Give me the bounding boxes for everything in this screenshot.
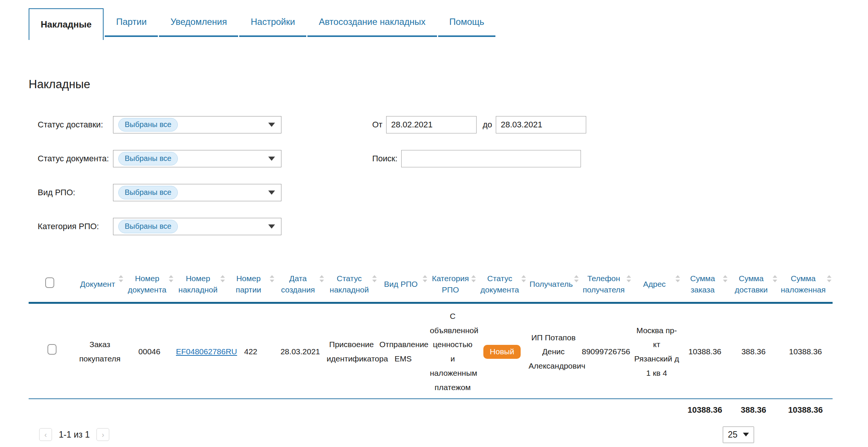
sort-icon[interactable] (372, 275, 377, 282)
select-all-checkbox[interactable] (45, 277, 54, 288)
rpo-category-select[interactable]: Выбраны все (113, 218, 281, 235)
column-header-batch-number[interactable]: Номер партии (226, 269, 275, 303)
rpo-category-label: Категория РПО: (38, 222, 113, 231)
total-order-sum: 10388.36 (681, 399, 729, 415)
rpo-type-label: Вид РПО: (38, 188, 113, 197)
waybill-number-link[interactable]: EF048062786RU (176, 347, 237, 356)
sort-icon[interactable] (827, 275, 831, 282)
date-from-input[interactable] (386, 116, 477, 133)
sort-icon[interactable] (423, 275, 427, 282)
chevron-down-icon (268, 157, 275, 161)
column-header-label: Дата создания (281, 274, 315, 294)
totals-spacer (29, 399, 681, 415)
prev-page-button[interactable]: ‹ (39, 428, 52, 441)
column-header-recipient-phone[interactable]: Телефон получателя (580, 269, 632, 303)
cell-waybill-number: EF048062786RU (174, 303, 226, 398)
table-row: Заказ покупателя 00046 EF048062786RU 422… (29, 303, 833, 398)
column-header-cod-sum[interactable]: Сумма наложенная (778, 269, 833, 303)
sort-icon[interactable] (627, 275, 631, 282)
sort-icon[interactable] (119, 275, 123, 282)
date-to-input[interactable] (496, 116, 586, 133)
search-input[interactable] (401, 150, 581, 167)
chevron-right-icon: › (102, 431, 104, 438)
column-header-recipient[interactable]: Получатель (527, 269, 580, 303)
filter-row-rpo-type: Вид РПО: Выбраны все (29, 184, 868, 201)
rpo-type-select[interactable]: Выбраны все (113, 184, 281, 201)
cell-document: Заказ покупателя (75, 303, 124, 398)
column-header-label: Документ (80, 280, 115, 288)
row-checkbox[interactable] (47, 344, 57, 355)
cell-address: Москва пр-кт Рязанский д 1 кв 4 (632, 303, 681, 398)
column-header-label: Вид РПО (384, 280, 417, 288)
date-to-label: до (483, 120, 492, 130)
waybills-table: Документ Номер документа Номер накладной… (29, 269, 833, 415)
column-header-label: Телефон получателя (583, 274, 625, 294)
search-label: Поиск: (372, 154, 397, 164)
delivery-status-label: Статус доставки: (38, 120, 113, 130)
cell-order-sum: 10388.36 (681, 303, 729, 398)
sort-icon[interactable] (220, 275, 225, 282)
column-header-document[interactable]: Документ (75, 269, 124, 303)
cell-rpo-category: С объявленной ценностью и наложенным пла… (428, 303, 477, 398)
column-header-rpo-type[interactable]: Вид РПО (378, 269, 428, 303)
cell-waybill-status: Присвоение идентификатора (325, 303, 378, 398)
page-size-value: 25 (728, 430, 738, 440)
filter-row-search: Поиск: (372, 150, 586, 167)
column-header-doc-number[interactable]: Номер документа (124, 269, 174, 303)
page-size-select[interactable]: 25 (723, 426, 754, 443)
tab-partii[interactable]: Партии (105, 8, 158, 37)
column-header-address[interactable]: Адрес (632, 269, 681, 303)
tab-nastroyki[interactable]: Настройки (239, 8, 306, 37)
selected-all-chip: Выбраны все (118, 220, 178, 233)
table-header-row: Документ Номер документа Номер накладной… (29, 269, 833, 303)
cell-doc-status: Новый (477, 303, 527, 398)
date-from-label: От (372, 120, 382, 130)
column-header-doc-status[interactable]: Статус документа (477, 269, 527, 303)
app-page: Накладные Партии Уведомления Настройки А… (0, 0, 868, 443)
tab-avtosozdanie-nakladnyh[interactable]: Автосоздание накладных (307, 8, 437, 37)
cell-delivery-sum: 388.36 (729, 303, 778, 398)
totals-row: 10388.36 388.36 10388.36 (29, 399, 833, 415)
column-header-waybill-number[interactable]: Номер накладной (174, 269, 226, 303)
selected-all-chip: Выбраны все (118, 118, 178, 132)
tab-uvedomleniya[interactable]: Уведомления (159, 8, 238, 37)
sort-icon[interactable] (723, 275, 727, 282)
sort-icon[interactable] (574, 275, 579, 282)
sort-icon[interactable] (471, 275, 476, 282)
column-header-label: Сумма заказа (690, 274, 715, 294)
cell-rpo-type: Отправление EMS (378, 303, 428, 398)
column-header-label: Номер документа (128, 274, 166, 294)
column-header-waybill-status[interactable]: Статус накладной (325, 269, 378, 303)
column-header-label: Сумма доставки (735, 274, 768, 294)
column-header-delivery-sum[interactable]: Сумма доставки (729, 269, 778, 303)
chevron-left-icon: ‹ (44, 431, 47, 438)
delivery-status-select[interactable]: Выбраны все (113, 116, 281, 133)
column-header-label: Номер накладной (179, 274, 218, 294)
sort-icon[interactable] (169, 275, 173, 282)
column-header-label: Статус накладной (330, 274, 369, 294)
column-header-created-date[interactable]: Дата создания (275, 269, 325, 303)
sort-icon[interactable] (675, 275, 680, 282)
sort-icon[interactable] (773, 275, 777, 282)
pagination-info: 1-1 из 1 (59, 430, 90, 440)
column-header-label: Адрес (643, 280, 666, 288)
sort-icon[interactable] (319, 275, 324, 282)
status-badge: Новый (483, 345, 521, 359)
filter-row-rpo-category: Категория РПО: Выбраны все (29, 218, 868, 235)
cell-created-date: 28.03.2021 (275, 303, 325, 398)
main-tabs: Накладные Партии Уведомления Настройки А… (29, 8, 868, 40)
chevron-down-icon (743, 433, 749, 436)
column-header-checkbox (29, 269, 75, 303)
column-header-rpo-category[interactable]: Категория РПО (428, 269, 477, 303)
column-header-label: Статус документа (480, 274, 519, 294)
tab-nakladnye[interactable]: Накладные (29, 8, 104, 40)
sort-icon[interactable] (270, 275, 274, 282)
document-status-select[interactable]: Выбраны все (113, 150, 281, 167)
document-status-label: Статус документа: (38, 154, 113, 164)
next-page-button[interactable]: › (96, 428, 109, 441)
column-header-order-sum[interactable]: Сумма заказа (681, 269, 729, 303)
filters-right-column: От до Поиск: (372, 116, 586, 184)
column-header-label: Сумма наложенная (781, 274, 825, 294)
sort-icon[interactable] (521, 275, 526, 282)
tab-pomosch[interactable]: Помощь (438, 8, 496, 37)
